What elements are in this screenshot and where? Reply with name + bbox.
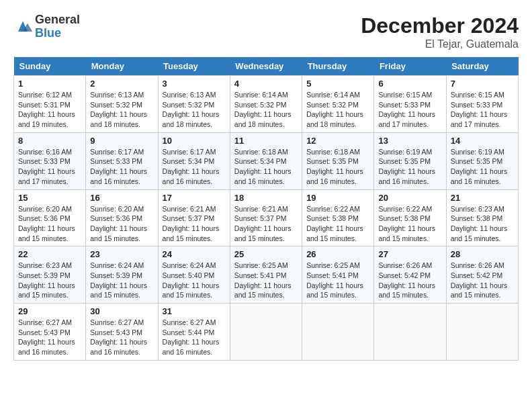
day-number: 23 bbox=[90, 249, 153, 259]
day-info: Sunrise: 6:26 AM Sunset: 5:42 PM Dayligh… bbox=[451, 261, 514, 300]
day-number: 11 bbox=[234, 136, 298, 146]
day-info: Sunrise: 6:14 AM Sunset: 5:32 PM Dayligh… bbox=[306, 90, 369, 130]
weekday-header-friday: Friday bbox=[374, 57, 446, 76]
day-info: Sunrise: 6:23 AM Sunset: 5:39 PM Dayligh… bbox=[18, 261, 81, 300]
day-number: 30 bbox=[90, 306, 153, 316]
calendar-cell: 18Sunrise: 6:21 AM Sunset: 5:37 PM Dayli… bbox=[230, 189, 302, 246]
calendar-cell: 15Sunrise: 6:20 AM Sunset: 5:36 PM Dayli… bbox=[14, 189, 86, 246]
calendar-cell: 20Sunrise: 6:22 AM Sunset: 5:38 PM Dayli… bbox=[374, 189, 446, 246]
day-info: Sunrise: 6:21 AM Sunset: 5:37 PM Dayligh… bbox=[163, 204, 226, 244]
calendar-cell: 23Sunrise: 6:24 AM Sunset: 5:39 PM Dayli… bbox=[86, 246, 158, 304]
weekday-header-wednesday: Wednesday bbox=[230, 57, 302, 76]
calendar-cell: 2Sunrise: 6:13 AM Sunset: 5:32 PM Daylig… bbox=[86, 76, 158, 133]
day-info: Sunrise: 6:25 AM Sunset: 5:41 PM Dayligh… bbox=[234, 261, 298, 300]
calendar-cell: 21Sunrise: 6:23 AM Sunset: 5:38 PM Dayli… bbox=[446, 189, 518, 246]
day-info: Sunrise: 6:25 AM Sunset: 5:41 PM Dayligh… bbox=[306, 261, 369, 300]
calendar-cell: 7Sunrise: 6:15 AM Sunset: 5:33 PM Daylig… bbox=[446, 76, 518, 133]
day-info: Sunrise: 6:17 AM Sunset: 5:34 PM Dayligh… bbox=[163, 147, 226, 187]
day-number: 10 bbox=[163, 136, 226, 146]
calendar-cell bbox=[302, 304, 374, 361]
day-number: 26 bbox=[306, 249, 369, 259]
day-number: 5 bbox=[306, 79, 369, 89]
calendar-cell: 31Sunrise: 6:27 AM Sunset: 5:44 PM Dayli… bbox=[158, 304, 230, 361]
day-number: 25 bbox=[234, 249, 298, 259]
day-info: Sunrise: 6:27 AM Sunset: 5:44 PM Dayligh… bbox=[163, 318, 226, 357]
day-number: 12 bbox=[306, 136, 369, 146]
day-info: Sunrise: 6:15 AM Sunset: 5:33 PM Dayligh… bbox=[378, 90, 441, 130]
day-number: 27 bbox=[378, 249, 441, 259]
calendar-cell: 8Sunrise: 6:16 AM Sunset: 5:33 PM Daylig… bbox=[14, 132, 86, 189]
weekday-header-sunday: Sunday bbox=[14, 57, 86, 76]
calendar-week-5: 29Sunrise: 6:27 AM Sunset: 5:43 PM Dayli… bbox=[14, 304, 519, 361]
calendar-cell: 22Sunrise: 6:23 AM Sunset: 5:39 PM Dayli… bbox=[14, 246, 86, 304]
weekday-header-monday: Monday bbox=[86, 57, 158, 76]
calendar-week-3: 15Sunrise: 6:20 AM Sunset: 5:36 PM Dayli… bbox=[14, 189, 519, 246]
calendar-cell: 3Sunrise: 6:13 AM Sunset: 5:32 PM Daylig… bbox=[158, 76, 230, 133]
weekday-header-tuesday: Tuesday bbox=[158, 57, 230, 76]
calendar-cell: 30Sunrise: 6:27 AM Sunset: 5:43 PM Dayli… bbox=[86, 304, 158, 361]
day-info: Sunrise: 6:23 AM Sunset: 5:38 PM Dayligh… bbox=[451, 204, 514, 244]
calendar-cell bbox=[446, 304, 518, 361]
calendar-cell: 11Sunrise: 6:18 AM Sunset: 5:34 PM Dayli… bbox=[230, 132, 302, 189]
calendar-cell: 12Sunrise: 6:18 AM Sunset: 5:35 PM Dayli… bbox=[302, 132, 374, 189]
day-number: 24 bbox=[163, 249, 226, 259]
calendar-cell: 1Sunrise: 6:12 AM Sunset: 5:31 PM Daylig… bbox=[14, 76, 86, 133]
day-number: 4 bbox=[234, 79, 298, 89]
day-number: 14 bbox=[451, 136, 514, 146]
day-number: 2 bbox=[90, 79, 153, 89]
day-info: Sunrise: 6:20 AM Sunset: 5:36 PM Dayligh… bbox=[18, 204, 81, 244]
day-info: Sunrise: 6:19 AM Sunset: 5:35 PM Dayligh… bbox=[378, 147, 441, 187]
calendar-cell: 27Sunrise: 6:26 AM Sunset: 5:42 PM Dayli… bbox=[374, 246, 446, 304]
day-info: Sunrise: 6:27 AM Sunset: 5:43 PM Dayligh… bbox=[18, 318, 81, 357]
day-number: 9 bbox=[90, 136, 153, 146]
calendar-cell: 9Sunrise: 6:17 AM Sunset: 5:33 PM Daylig… bbox=[86, 132, 158, 189]
day-info: Sunrise: 6:17 AM Sunset: 5:33 PM Dayligh… bbox=[90, 147, 153, 187]
calendar-cell: 25Sunrise: 6:25 AM Sunset: 5:41 PM Dayli… bbox=[230, 246, 302, 304]
calendar-table: SundayMondayTuesdayWednesdayThursdayFrid… bbox=[13, 57, 519, 361]
day-info: Sunrise: 6:18 AM Sunset: 5:34 PM Dayligh… bbox=[234, 147, 298, 187]
page-header: General Blue December 2024 El Tejar, Gua… bbox=[13, 13, 519, 50]
calendar-cell: 19Sunrise: 6:22 AM Sunset: 5:38 PM Dayli… bbox=[302, 189, 374, 246]
calendar-cell: 5Sunrise: 6:14 AM Sunset: 5:32 PM Daylig… bbox=[302, 76, 374, 133]
title-block: December 2024 El Tejar, Guatemala bbox=[361, 13, 519, 50]
logo-text: General Blue bbox=[35, 13, 80, 40]
day-number: 31 bbox=[163, 306, 226, 316]
day-info: Sunrise: 6:16 AM Sunset: 5:33 PM Dayligh… bbox=[18, 147, 81, 187]
location: El Tejar, Guatemala bbox=[361, 38, 519, 50]
day-info: Sunrise: 6:18 AM Sunset: 5:35 PM Dayligh… bbox=[306, 147, 369, 187]
calendar-cell: 29Sunrise: 6:27 AM Sunset: 5:43 PM Dayli… bbox=[14, 304, 86, 361]
calendar-cell bbox=[374, 304, 446, 361]
calendar-cell: 14Sunrise: 6:19 AM Sunset: 5:35 PM Dayli… bbox=[446, 132, 518, 189]
day-number: 7 bbox=[451, 79, 514, 89]
day-number: 1 bbox=[18, 79, 81, 89]
day-number: 6 bbox=[378, 79, 441, 89]
day-number: 19 bbox=[306, 193, 369, 203]
day-info: Sunrise: 6:13 AM Sunset: 5:32 PM Dayligh… bbox=[163, 90, 226, 130]
calendar-cell: 13Sunrise: 6:19 AM Sunset: 5:35 PM Dayli… bbox=[374, 132, 446, 189]
day-info: Sunrise: 6:26 AM Sunset: 5:42 PM Dayligh… bbox=[378, 261, 441, 300]
day-info: Sunrise: 6:24 AM Sunset: 5:40 PM Dayligh… bbox=[163, 261, 226, 300]
day-info: Sunrise: 6:12 AM Sunset: 5:31 PM Dayligh… bbox=[18, 90, 81, 130]
day-info: Sunrise: 6:22 AM Sunset: 5:38 PM Dayligh… bbox=[378, 204, 441, 244]
logo: General Blue bbox=[13, 13, 80, 40]
day-number: 28 bbox=[451, 249, 514, 259]
day-number: 3 bbox=[163, 79, 226, 89]
weekday-header-thursday: Thursday bbox=[302, 57, 374, 76]
day-info: Sunrise: 6:24 AM Sunset: 5:39 PM Dayligh… bbox=[90, 261, 153, 300]
day-number: 16 bbox=[90, 193, 153, 203]
calendar-cell: 17Sunrise: 6:21 AM Sunset: 5:37 PM Dayli… bbox=[158, 189, 230, 246]
day-info: Sunrise: 6:21 AM Sunset: 5:37 PM Dayligh… bbox=[234, 204, 298, 244]
calendar-cell: 16Sunrise: 6:20 AM Sunset: 5:36 PM Dayli… bbox=[86, 189, 158, 246]
weekday-header-saturday: Saturday bbox=[446, 57, 518, 76]
calendar-week-1: 1Sunrise: 6:12 AM Sunset: 5:31 PM Daylig… bbox=[14, 76, 519, 133]
day-number: 15 bbox=[18, 193, 81, 203]
day-number: 18 bbox=[234, 193, 298, 203]
day-info: Sunrise: 6:14 AM Sunset: 5:32 PM Dayligh… bbox=[234, 90, 298, 130]
calendar-body: 1Sunrise: 6:12 AM Sunset: 5:31 PM Daylig… bbox=[14, 76, 519, 361]
day-info: Sunrise: 6:15 AM Sunset: 5:33 PM Dayligh… bbox=[451, 90, 514, 130]
day-info: Sunrise: 6:13 AM Sunset: 5:32 PM Dayligh… bbox=[90, 90, 153, 130]
day-number: 20 bbox=[378, 193, 441, 203]
day-number: 17 bbox=[163, 193, 226, 203]
logo-icon bbox=[13, 17, 32, 36]
day-number: 8 bbox=[18, 136, 81, 146]
